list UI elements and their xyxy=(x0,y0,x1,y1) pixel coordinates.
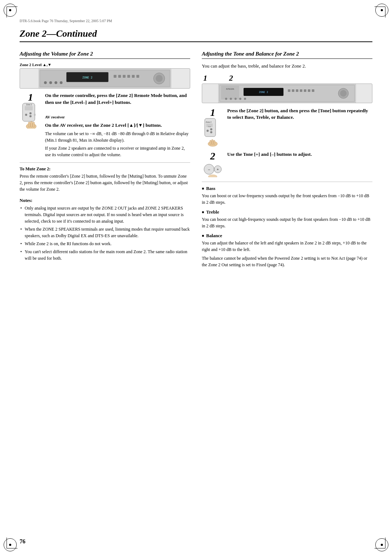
page-content: Zone 2—Continued Adjusting the Volume fo… xyxy=(20,28,372,526)
svg-rect-8 xyxy=(123,75,126,78)
svg-rect-35 xyxy=(288,89,290,92)
step2-right-icon: 2 – + xyxy=(202,151,224,177)
svg-rect-25 xyxy=(33,122,34,127)
receiver-image-right: INTEGRA ZONE 2 xyxy=(202,84,372,103)
svg-rect-55 xyxy=(210,140,211,145)
right-divider xyxy=(202,182,372,182)
svg-point-53 xyxy=(210,131,212,133)
step2-right: 2 – + Use the Tone [+] and [–] buttons t… xyxy=(202,151,372,177)
svg-text:Zone 2: Zone 2 xyxy=(206,121,212,123)
reg-circle-bl xyxy=(4,538,17,551)
svg-point-34 xyxy=(340,90,347,97)
step1-right-text: Press the [Zone 2] button, and then pres… xyxy=(227,108,372,121)
notes-list: Only analog input sources are output by … xyxy=(20,205,190,262)
two-column-layout: Adjusting the Volume for Zone 2 Zone 2 L… xyxy=(20,51,372,269)
note-item-4: You can't select different radio station… xyxy=(20,248,190,262)
svg-point-46 xyxy=(244,98,246,100)
note-item-3: While Zone 2 is on, the RI functions do … xyxy=(20,240,190,247)
reg-circle-tr xyxy=(375,4,388,17)
step-numbers-row: 1 2 xyxy=(202,73,372,83)
svg-text:INTEGRA: INTEGRA xyxy=(226,88,234,90)
step-num-2: 2 xyxy=(229,73,233,83)
notes-heading: Notes: xyxy=(20,198,190,203)
svg-rect-11 xyxy=(136,75,139,78)
page-title: Zone 2—Continued xyxy=(20,28,372,42)
svg-rect-17 xyxy=(25,106,33,110)
svg-text:Zone 2: Zone 2 xyxy=(26,104,32,106)
svg-rect-41 xyxy=(312,89,314,92)
step2-right-number: 2 xyxy=(210,151,215,161)
svg-rect-56 xyxy=(212,139,213,145)
svg-rect-24 xyxy=(30,121,32,127)
step1-left-text: On the remote controller, press the [Zon… xyxy=(45,92,190,158)
reg-circle-br xyxy=(375,538,388,551)
left-column: Adjusting the Volume for Zone 2 Zone 2 L… xyxy=(20,51,190,269)
svg-rect-36 xyxy=(292,89,294,92)
svg-rect-16 xyxy=(23,103,35,121)
reg-circle-tl xyxy=(4,4,17,17)
svg-point-14 xyxy=(54,81,57,84)
svg-point-42 xyxy=(225,98,227,100)
notes-section: Notes: Only analog input sources are out… xyxy=(20,198,190,262)
step1-right-icon: 1 Zone 2 Tone xyxy=(202,108,224,147)
note-item-2: When the ZONE 2 SPEAKERS terminals are u… xyxy=(20,226,190,239)
treble-heading: Treble xyxy=(202,209,372,215)
left-section-heading: Adjusting the Volume for Zone 2 xyxy=(20,51,190,59)
svg-point-5 xyxy=(156,75,163,82)
svg-rect-7 xyxy=(118,75,121,78)
svg-point-43 xyxy=(230,98,232,100)
step1-bold-text: On the remote controller, press the [Zon… xyxy=(45,93,187,105)
step1-right: 1 Zone 2 Tone xyxy=(202,108,372,147)
svg-point-52 xyxy=(210,128,212,130)
page-number: 76 xyxy=(20,538,25,545)
balance-heading: Balance xyxy=(202,233,372,239)
right-section-heading: Adjusting the Tone and Balance for Zone … xyxy=(202,51,372,59)
to-mute-text: Press the remote controller's [Zone 2] b… xyxy=(20,173,190,193)
file-info: DTR-5.6.book Page 76 Thursday, September… xyxy=(20,19,112,23)
section-divider xyxy=(20,162,190,163)
svg-rect-6 xyxy=(114,75,117,78)
svg-rect-23 xyxy=(28,122,30,127)
svg-rect-40 xyxy=(308,89,310,92)
svg-point-45 xyxy=(239,98,241,100)
tone-intro: You can adjust the bass, treble, and bal… xyxy=(202,62,372,70)
treble-label: Treble xyxy=(206,209,219,215)
treble-text: You can boost or cut high-frequency soun… xyxy=(202,216,372,229)
svg-text:–: – xyxy=(208,167,210,171)
svg-text:ZONE 2: ZONE 2 xyxy=(82,76,93,79)
step1-left: 1 Zone 2 xyxy=(20,92,190,158)
svg-point-19 xyxy=(29,112,32,114)
svg-point-62 xyxy=(208,175,217,177)
svg-text:ZONE 2: ZONE 2 xyxy=(259,91,268,94)
step1-left-icon: 1 Zone 2 xyxy=(20,92,41,129)
svg-rect-57 xyxy=(213,140,215,145)
header-bar: DTR-5.6.book Page 76 Thursday, September… xyxy=(20,19,372,23)
bass-label: Bass xyxy=(206,186,215,191)
step1-number: 1 xyxy=(28,92,33,102)
svg-point-21 xyxy=(29,115,32,117)
note-item-1: Only analog input sources are output by … xyxy=(20,205,190,224)
svg-rect-39 xyxy=(304,89,306,92)
balance-text2: The balance cannot be adjusted when the … xyxy=(202,255,372,268)
svg-text:Tone: Tone xyxy=(208,126,211,127)
balance-label: Balance xyxy=(206,233,222,239)
bass-text: You can boost or cut low-frequency sound… xyxy=(202,193,372,206)
to-mute-section: To Mute Zone 2: Press the remote control… xyxy=(20,166,190,193)
svg-point-44 xyxy=(234,98,237,100)
step2-right-text: Use the Tone [+] and [–] buttons to adju… xyxy=(227,151,372,158)
svg-text:+: + xyxy=(217,167,219,171)
svg-point-18 xyxy=(25,114,27,116)
to-mute-heading: To Mute Zone 2: xyxy=(20,166,190,172)
step1-right-number: 1 xyxy=(210,108,215,118)
svg-rect-10 xyxy=(132,75,135,78)
svg-rect-37 xyxy=(296,89,298,92)
step-num-1: 1 xyxy=(203,73,207,83)
svg-point-13 xyxy=(49,81,52,84)
right-column: Adjusting the Tone and Balance for Zone … xyxy=(202,51,372,269)
svg-point-20 xyxy=(34,114,36,116)
svg-point-12 xyxy=(44,81,47,84)
svg-point-51 xyxy=(207,130,209,132)
svg-point-15 xyxy=(60,81,63,84)
bass-heading: Bass xyxy=(202,186,372,191)
balance-text1: You can adjust the balance of the left a… xyxy=(202,240,372,253)
